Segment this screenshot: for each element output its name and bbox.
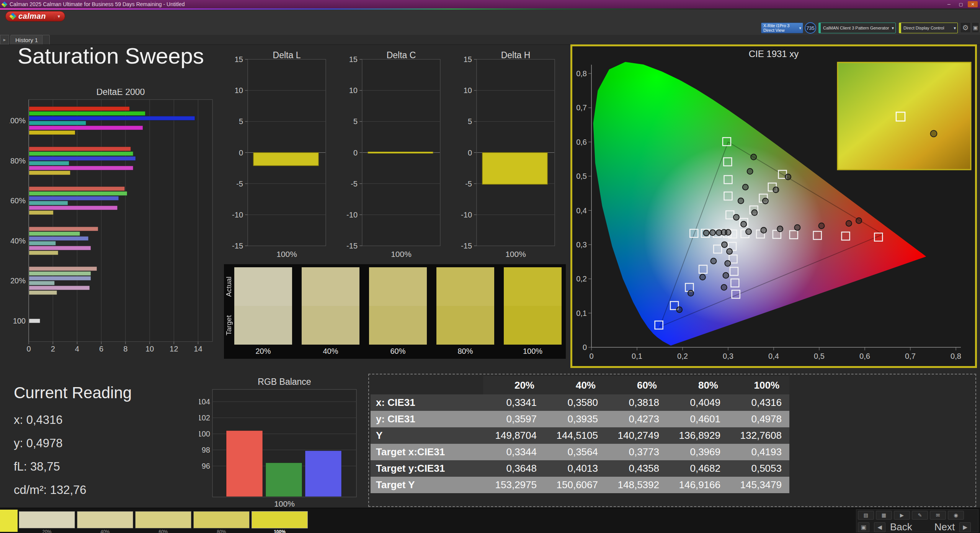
actual-swatch	[234, 267, 292, 306]
table-cell: 0,3564	[544, 444, 606, 460]
back-arrow-icon[interactable]: ◀	[874, 522, 885, 532]
chevron-down-icon: ▾	[890, 26, 895, 31]
sidebar-expander-button[interactable]: ▸	[0, 35, 9, 44]
calman-menu-button[interactable]: calman ▾	[5, 11, 65, 21]
table-cell: 0,4978	[728, 411, 789, 427]
toolbar: calman ▾ X-Rite i1Pro 3 Direct View ▾ 73…	[0, 10, 980, 35]
target-swatch	[302, 306, 359, 345]
settings-gear-icon[interactable]: ⚙	[960, 22, 971, 33]
pattern-swatch-80%[interactable]	[193, 511, 250, 528]
measurement-marker	[794, 225, 800, 231]
svg-text:-10: -10	[346, 211, 358, 219]
svg-text:5: 5	[239, 117, 243, 126]
bottom-bar: 20%40%60%80%100% ▤▦▶✎✉◉ ▣ ◀ Back Next ▶	[0, 508, 980, 533]
play-icon[interactable]: ▶	[894, 511, 910, 520]
titlebar: Calman 2025 Calman Ultimate for Business…	[0, 0, 980, 8]
svg-text:15: 15	[235, 55, 243, 64]
nav-cluster: ▤▦▶✎✉◉ ▣ ◀ Back Next ▶	[856, 509, 978, 532]
svg-text:0,6: 0,6	[576, 138, 587, 146]
table-cell: 0,3580	[544, 394, 606, 411]
actual-target-swatches: ActualTarget20%40%60%80%100%	[224, 264, 566, 359]
cie-1931-panel: 00,10,20,30,40,50,60,70,800,10,20,30,40,…	[570, 44, 977, 368]
table-cell: 0,4049	[667, 394, 728, 411]
meter-dropdown[interactable]: X-Rite i1Pro 3 Direct View ▾	[761, 23, 803, 33]
stop-icon[interactable]: ▣	[858, 522, 869, 532]
svg-text:10: 10	[145, 345, 154, 353]
table-cell: 0,3344	[483, 444, 544, 460]
svg-text:0: 0	[583, 343, 587, 352]
next-arrow-icon[interactable]: ▶	[959, 522, 971, 532]
table-corner	[371, 376, 483, 394]
close-button[interactable]: ✕	[968, 1, 978, 7]
measurement-marker	[725, 261, 730, 266]
measurement-marker	[725, 229, 731, 235]
table-row-label: Target Y	[371, 477, 483, 493]
table-col-header: 20%	[483, 376, 544, 394]
rgb-balance-chart: RGB Balance1041021009896100%	[199, 377, 364, 509]
svg-text:0,5: 0,5	[814, 352, 825, 360]
meter-status-badge: 735	[805, 22, 816, 34]
record-icon[interactable]: ◉	[948, 511, 964, 520]
table-cell: 0,3773	[606, 444, 667, 460]
target-swatch	[504, 306, 562, 345]
layout-icon[interactable]: ▦	[876, 511, 892, 520]
table-row-label: Y	[371, 427, 483, 444]
table-cell: 146,9166	[667, 477, 728, 493]
svg-text:0,8: 0,8	[576, 69, 587, 78]
table-cell: 0,3935	[544, 411, 606, 427]
table-cell: 0,4358	[606, 460, 667, 477]
table-row-label: y: CIE31	[371, 411, 483, 427]
svg-text:0,3: 0,3	[723, 352, 733, 360]
back-button[interactable]: Back	[890, 521, 912, 533]
cie-zoom-inset	[838, 62, 971, 170]
table-cell: 145,3479	[728, 477, 789, 493]
measurement-marker	[727, 249, 732, 254]
reading-fl: fL: 38,75	[14, 455, 132, 478]
window-controls: ─ ▢ ✕	[944, 1, 978, 7]
minimize-button[interactable]: ─	[944, 1, 954, 7]
svg-text:15: 15	[464, 55, 472, 64]
svg-text:100%: 100%	[276, 250, 297, 258]
next-button[interactable]: Next	[934, 521, 955, 533]
swatch-level-label: 20%	[234, 347, 292, 356]
delta-l-chart: Delta L151050-5-10-15100%	[221, 50, 333, 264]
edit-icon[interactable]: ✎	[912, 511, 928, 520]
actual-swatch	[504, 267, 562, 306]
svg-text:40%: 40%	[10, 237, 26, 245]
mail-icon[interactable]: ✉	[930, 511, 946, 520]
pattern-label: 60%	[135, 529, 191, 533]
svg-text:2: 2	[51, 345, 55, 353]
swatch-level-label: 60%	[369, 347, 427, 356]
pattern-swatch-100%[interactable]	[252, 511, 308, 528]
table-row: Target y:CIE310,36480,40130,43580,46820,…	[371, 460, 789, 477]
svg-text:100%: 100%	[274, 499, 295, 508]
swatch-row-label: Target	[224, 306, 234, 345]
chevron-down-icon: ▾	[54, 13, 60, 19]
svg-text:0,7: 0,7	[576, 103, 587, 112]
svg-text:100: 100	[199, 430, 210, 438]
measurement-marker	[733, 214, 739, 220]
maximize-button[interactable]: ▢	[956, 1, 966, 7]
report-icon[interactable]: ▤	[858, 511, 874, 520]
pattern-swatch-60%[interactable]	[135, 511, 191, 528]
svg-text:80%: 80%	[10, 157, 26, 165]
svg-text:100: 100	[13, 317, 26, 325]
measurement-marker	[676, 307, 682, 312]
display-settings-icon[interactable]: ▣	[972, 22, 979, 33]
pattern-generator-dropdown[interactable]: CalMAN Client 3 Pattern Generator ▾	[818, 23, 896, 33]
display-control-dropdown[interactable]: Direct Display Control ▾	[899, 23, 958, 33]
svg-text:104: 104	[199, 397, 210, 406]
svg-text:100%: 100%	[505, 250, 526, 258]
svg-text:-10: -10	[461, 211, 472, 219]
measurement-marker	[710, 230, 715, 235]
svg-text:-5: -5	[465, 180, 472, 188]
deltae2000-chart: DeltaE 200002468101214100%80%60%40%20%10…	[10, 89, 216, 361]
pattern-swatch-40%[interactable]	[77, 511, 133, 528]
svg-text:8: 8	[123, 345, 127, 353]
svg-text:CIE 1931 xy: CIE 1931 xy	[749, 49, 799, 59]
reading-x: x: 0,4316	[14, 408, 132, 432]
table-cell: 0,4316	[728, 394, 789, 411]
pattern-swatch-20%[interactable]	[19, 511, 75, 528]
table-col-header: 60%	[606, 376, 667, 394]
target-swatch	[436, 306, 494, 345]
